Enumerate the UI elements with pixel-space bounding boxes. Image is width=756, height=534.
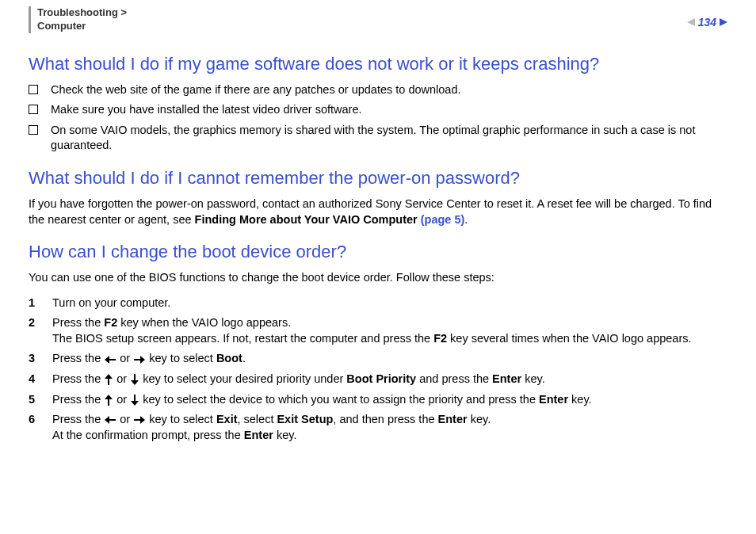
arrow-left-icon xyxy=(105,416,116,424)
page-number: 134 xyxy=(698,16,716,29)
step-number: 3 xyxy=(29,351,40,367)
step-row: 6 Press the or key to select Exit, selec… xyxy=(29,412,727,443)
step-row: 1 Turn on your computer. xyxy=(29,296,727,311)
step-number: 6 xyxy=(29,412,40,428)
step-number: 1 xyxy=(29,296,40,311)
breadcrumb-line1: Troubleshooting > xyxy=(37,6,127,20)
arrow-up-icon xyxy=(105,395,113,406)
step-text: Press the F2 key when the VAIO logo appe… xyxy=(52,315,727,346)
bold-text: Finding More about Your VAIO Computer xyxy=(195,213,421,226)
prev-page-icon[interactable] xyxy=(687,18,695,26)
arrow-down-icon xyxy=(131,374,139,385)
bullet-text: On some VAIO models, the graphics memory… xyxy=(51,123,727,154)
step-row: 5 Press the or key to select the device … xyxy=(29,392,727,408)
step-text: Turn on your computer. xyxy=(52,296,727,311)
text: . xyxy=(464,213,468,226)
bullet-item: On some VAIO models, the graphics memory… xyxy=(29,123,727,154)
breadcrumb: Troubleshooting > Computer xyxy=(37,6,127,33)
breadcrumb-line2: Computer xyxy=(37,20,127,33)
step-text: Press the or key to select your desired … xyxy=(52,372,727,387)
square-bullet-icon xyxy=(29,105,38,114)
step-number: 4 xyxy=(29,372,40,387)
step-row: 4 Press the or key to select your desire… xyxy=(29,372,727,387)
step-row: 2 Press the F2 key when the VAIO logo ap… xyxy=(29,315,727,346)
next-page-icon[interactable] xyxy=(720,18,727,26)
arrow-up-icon xyxy=(105,374,113,385)
arrow-right-icon xyxy=(134,356,145,364)
step-number: 5 xyxy=(29,392,40,408)
arrow-left-icon xyxy=(105,356,116,364)
step-text: Press the or key to select Exit, select … xyxy=(52,412,727,443)
section1-heading: What should I do if my game software doe… xyxy=(29,54,727,74)
bullet-item: Make sure you have installed the latest … xyxy=(29,102,727,118)
step-text: Press the or key to select Boot. xyxy=(52,351,727,367)
square-bullet-icon xyxy=(29,85,38,94)
section2-heading: What should I do if I cannot remember th… xyxy=(29,168,727,189)
step-row: 3 Press the or key to select Boot. xyxy=(29,351,727,367)
page-number-nav: 134 xyxy=(687,6,727,29)
bullet-text: Check the web site of the game if there … xyxy=(51,82,727,98)
section3-intro: You can use one of the BIOS functions to… xyxy=(29,270,727,286)
bullet-item: Check the web site of the game if there … xyxy=(29,82,727,98)
section2-paragraph: If you have forgotten the power-on passw… xyxy=(29,196,727,227)
step-text: Press the or key to select the device to… xyxy=(52,392,727,408)
arrow-down-icon xyxy=(131,395,139,406)
step-number: 2 xyxy=(29,315,40,331)
bullet-text: Make sure you have installed the latest … xyxy=(51,102,727,118)
square-bullet-icon xyxy=(29,125,38,135)
page-header: Troubleshooting > Computer 134 xyxy=(29,6,727,33)
section3-heading: How can I change the boot device order? xyxy=(29,242,727,262)
page-link[interactable]: (page 5) xyxy=(421,213,465,226)
arrow-right-icon xyxy=(134,416,145,424)
